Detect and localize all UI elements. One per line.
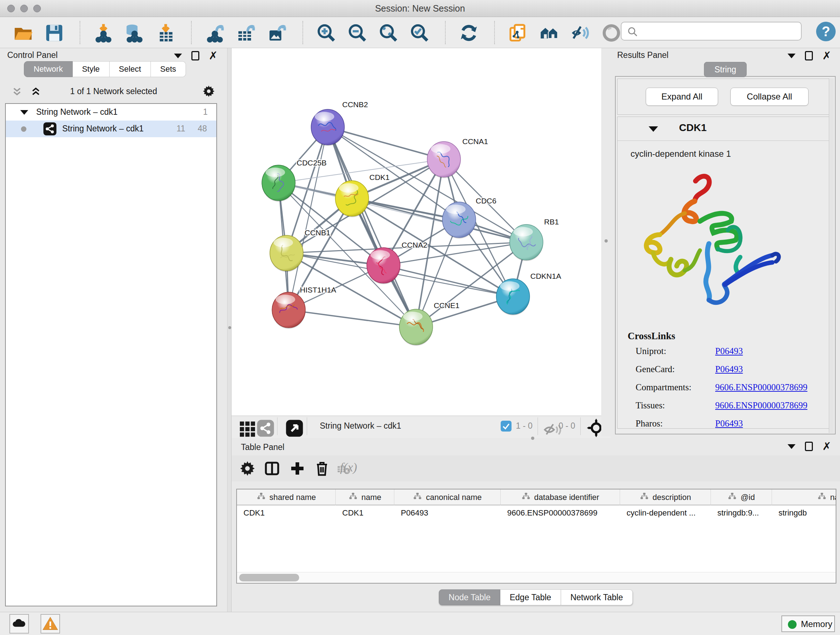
apply-layout-icon[interactable] — [459, 23, 479, 43]
table-gear-icon[interactable] — [239, 460, 256, 477]
export-table-icon[interactable] — [236, 23, 256, 43]
zoom-out-icon[interactable] — [347, 23, 368, 43]
grid-view-icon[interactable] — [237, 418, 253, 434]
network-canvas[interactable]: CCNB2CCNA1CDC25BCDK1CDC6RB1CCNB1CCNA2CDK… — [232, 48, 601, 416]
left-splitter[interactable] — [227, 48, 232, 612]
search-input[interactable] — [642, 23, 797, 39]
save-session-icon[interactable] — [44, 23, 65, 43]
network-node-rb1[interactable]: RB1 — [510, 218, 559, 261]
delete-column-icon[interactable] — [313, 460, 331, 477]
table-cell[interactable]: CDK1 — [237, 505, 336, 521]
export-network-icon[interactable] — [205, 23, 225, 43]
network-row[interactable]: String Network – cdk1 11 48 — [6, 120, 216, 137]
table-cell[interactable]: P06493 — [394, 505, 501, 521]
network-edge[interactable] — [289, 310, 416, 327]
tab-network-table[interactable]: Network Table — [561, 589, 633, 605]
string-view-icon[interactable] — [256, 418, 271, 434]
add-column-icon[interactable] — [289, 460, 306, 477]
selected-checkbox-icon[interactable] — [501, 421, 512, 432]
open-session-icon[interactable] — [13, 23, 33, 43]
warning-button[interactable] — [41, 614, 60, 633]
tab-style[interactable]: Style — [73, 61, 110, 77]
results-panel-float-icon[interactable] — [805, 51, 813, 60]
import-network-database-icon[interactable] — [125, 23, 145, 43]
clone-network-icon[interactable] — [508, 23, 528, 43]
results-scrollbar[interactable] — [829, 78, 834, 433]
birds-eye-view-icon[interactable] — [284, 418, 300, 434]
column-header-sharedname[interactable]: shared name — [237, 489, 336, 505]
tab-node-table[interactable]: Node Table — [439, 589, 500, 605]
cloud-button[interactable] — [9, 614, 29, 633]
node-entry-header[interactable]: CDK1 — [617, 117, 833, 141]
collapse-all-button[interactable]: Collapse All — [730, 88, 808, 106]
table-panel-splitter-handle[interactable] — [531, 437, 534, 440]
column-header-canonicalname[interactable]: canonical name — [394, 489, 501, 505]
table-cell[interactable]: stringdb:9... — [711, 505, 772, 521]
fit-selected-crosshair-icon[interactable] — [586, 418, 603, 434]
expand-all-button[interactable]: Expand All — [646, 88, 718, 106]
crosslink-link[interactable]: 9606.ENSP00000378699 — [715, 401, 807, 410]
crosslink-link[interactable]: P06493 — [715, 346, 743, 356]
network-edge[interactable] — [289, 127, 328, 310]
network-edge[interactable] — [328, 127, 444, 159]
control-panel-close-icon[interactable]: ✗ — [209, 51, 218, 60]
zoom-in-icon[interactable] — [316, 23, 336, 43]
crosslink-link[interactable]: 9606.ENSP00000378699 — [715, 382, 807, 393]
control-panel-menu-icon[interactable] — [174, 54, 182, 58]
crosslink-link[interactable]: P06493 — [715, 418, 743, 429]
zoom-fit-icon[interactable] — [378, 23, 399, 43]
show-all-icon[interactable] — [601, 23, 622, 43]
column-header-namespace[interactable]: namespace — [772, 489, 836, 505]
entry-collapse-caret-icon[interactable] — [649, 126, 658, 132]
right-splitter[interactable] — [601, 48, 611, 436]
table-panel-close-icon[interactable]: ✗ — [822, 442, 831, 451]
table-cell[interactable]: 9606.ENSP00000378699 — [501, 505, 620, 521]
network-edge[interactable] — [352, 198, 526, 242]
table-horizontal-scrollbar[interactable] — [237, 572, 836, 583]
network-node-hist1h1a[interactable]: HIST1H1A — [272, 286, 336, 329]
control-panel-float-icon[interactable] — [191, 51, 199, 60]
first-neighbors-icon[interactable] — [539, 23, 559, 43]
table-cell[interactable]: stringdb — [772, 505, 836, 521]
table-cell[interactable]: CDK1 — [336, 505, 394, 521]
results-panel-close-icon[interactable]: ✗ — [822, 51, 831, 60]
results-panel-menu-icon[interactable] — [788, 54, 796, 58]
help-button[interactable]: ? — [816, 22, 836, 41]
column-header-description[interactable]: description — [620, 489, 711, 505]
tab-string[interactable]: String — [704, 62, 747, 77]
network-edge[interactable] — [328, 127, 416, 327]
node-label-ccna1: CCNA1 — [462, 137, 488, 146]
hide-selected-icon[interactable] — [570, 23, 591, 43]
memory-button[interactable]: Memory — [782, 616, 835, 632]
memory-status-dot-icon — [788, 620, 797, 629]
entry-description: cyclin-dependent kinase 1 — [630, 149, 731, 159]
export-image-icon[interactable] — [267, 23, 287, 43]
table-cell[interactable]: cyclin-dependent ... — [620, 505, 711, 521]
tab-edge-table[interactable]: Edge Table — [500, 589, 561, 605]
network-edge[interactable] — [384, 265, 513, 296]
table-row[interactable]: CDK1CDK1P064939606.ENSP00000378699cyclin… — [237, 505, 836, 521]
tab-select[interactable]: Select — [110, 61, 151, 77]
network-node-cdk1[interactable]: CDK1 — [335, 173, 390, 217]
split-columns-icon[interactable] — [264, 460, 281, 477]
import-network-icon[interactable] — [93, 23, 114, 43]
collection-expand-caret-icon[interactable] — [20, 110, 28, 115]
column-header-name[interactable]: name — [336, 489, 394, 505]
column-header-databaseidentifier[interactable]: database identifier — [501, 489, 620, 505]
network-node-ccnb1[interactable]: CCNB1 — [270, 228, 330, 272]
import-table-icon[interactable] — [156, 23, 176, 43]
network-options-gear-icon[interactable] — [202, 84, 216, 100]
network-node-ccnb2[interactable]: CCNB2 — [311, 100, 368, 146]
zoom-selected-icon[interactable] — [409, 23, 430, 43]
column-header-id[interactable]: @id — [711, 489, 772, 505]
network-node-ccna1[interactable]: CCNA1 — [427, 137, 488, 178]
network-node-cdkn1a[interactable]: CDKN1A — [496, 272, 561, 315]
crosslink-label: GeneCard: — [636, 364, 675, 374]
tab-network[interactable]: Network — [24, 61, 73, 77]
table-panel-float-icon[interactable] — [805, 442, 813, 451]
crosslink-link[interactable]: P06493 — [715, 364, 743, 374]
network-node-ccne1[interactable]: CCNE1 — [399, 301, 459, 346]
tab-sets[interactable]: Sets — [151, 61, 186, 77]
network-collection-row[interactable]: String Network – cdk1 1 — [6, 104, 216, 120]
table-panel-menu-icon[interactable] — [788, 444, 796, 449]
